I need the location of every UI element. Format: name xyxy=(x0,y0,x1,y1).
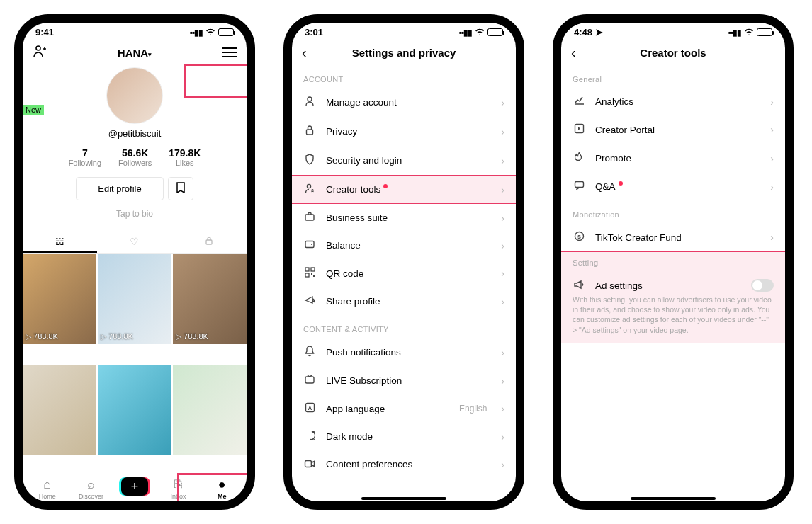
chevron-right-icon: › xyxy=(501,347,504,358)
stat-followers[interactable]: 56.6K Followers xyxy=(118,147,152,167)
video-thumbnail[interactable]: ▷ 783.8K xyxy=(23,254,96,344)
shield-icon xyxy=(303,154,316,167)
chevron-right-icon: › xyxy=(501,459,504,470)
live-icon xyxy=(303,375,316,387)
row-business-suite[interactable]: Business suite › xyxy=(292,204,516,232)
row-privacy[interactable]: Privacy › xyxy=(292,117,516,146)
row-dark-mode[interactable]: Dark mode › xyxy=(292,423,516,450)
row-creator-fund[interactable]: $ TikTok Creator Fund › xyxy=(561,223,785,251)
row-share-profile[interactable]: Share profile › xyxy=(292,287,516,315)
chevron-right-icon: › xyxy=(501,212,504,224)
inbox-icon: ⎘ xyxy=(174,477,182,492)
status-time: 3:01 xyxy=(305,27,323,38)
row-content-preferences[interactable]: Content preferences › xyxy=(292,450,516,478)
row-ad-settings[interactable]: Ad settings xyxy=(561,271,785,295)
language-icon: A xyxy=(303,402,316,415)
hamburger-menu-icon[interactable] xyxy=(222,47,237,57)
row-qa[interactable]: Q&A › xyxy=(561,173,785,200)
svg-rect-10 xyxy=(305,273,309,277)
plus-icon: + xyxy=(121,477,148,496)
stat-following[interactable]: 7 Following xyxy=(69,147,101,167)
row-creator-portal[interactable]: Creator Portal › xyxy=(561,115,785,144)
tab-create[interactable]: + xyxy=(113,477,157,500)
tab-inbox[interactable]: ⎘Inbox xyxy=(157,477,201,500)
chevron-right-icon: › xyxy=(501,184,504,195)
tab-me[interactable]: ●Me xyxy=(200,477,244,500)
row-live-subscription[interactable]: LIVE Subscription › xyxy=(292,367,516,394)
phone-creator-tools: 4:48 ➤ ▪▪▮▮ ‹ Creator tools General Anal… xyxy=(553,14,794,510)
video-thumbnail[interactable] xyxy=(23,365,96,455)
status-time: 9:41 xyxy=(35,27,54,38)
back-icon[interactable]: ‹ xyxy=(302,45,316,61)
settings-list: ACCOUNT Manage account › Privacy › Secur… xyxy=(292,65,516,494)
row-promote[interactable]: Promote › xyxy=(561,144,785,173)
svg-rect-8 xyxy=(305,268,309,271)
row-manage-account[interactable]: Manage account › xyxy=(292,88,516,117)
video-thumbnail[interactable] xyxy=(173,365,247,455)
username-dropdown[interactable]: HANA▾ xyxy=(47,47,222,59)
row-creator-tools[interactable]: Creator tools › xyxy=(292,175,516,204)
bookmark-button[interactable] xyxy=(168,177,193,200)
video-icon xyxy=(303,458,316,470)
svg-rect-5 xyxy=(305,215,314,220)
wifi-icon xyxy=(744,27,754,38)
chevron-right-icon: › xyxy=(501,155,504,166)
tab-home[interactable]: ⌂Home xyxy=(26,477,69,500)
person-icon xyxy=(303,96,316,109)
profile-content-tabs: 𝍌 ♡ xyxy=(23,232,247,254)
tab-discover[interactable]: ⌕Discover xyxy=(69,477,113,500)
row-balance[interactable]: Balance › xyxy=(292,232,516,259)
add-person-icon[interactable] xyxy=(33,45,47,60)
tab-liked-icon[interactable]: ♡ xyxy=(97,232,171,253)
page-title: Creator tools xyxy=(585,47,761,59)
chevron-right-icon: › xyxy=(770,181,774,193)
chevron-right-icon: › xyxy=(770,153,774,164)
video-thumbnail[interactable]: ▷ 783.8K xyxy=(98,254,171,344)
svg-point-4 xyxy=(307,184,310,188)
notification-dot-icon xyxy=(383,184,388,188)
stat-likes[interactable]: 179.8K Likes xyxy=(169,147,201,167)
bell-icon xyxy=(303,346,316,359)
svg-rect-6 xyxy=(305,241,314,248)
tab-grid-icon[interactable]: 𝍌 xyxy=(23,232,97,253)
battery-icon xyxy=(487,28,503,36)
row-push-notifications[interactable]: Push notifications › xyxy=(292,338,516,367)
avatar[interactable] xyxy=(106,67,163,124)
row-security[interactable]: Security and login › xyxy=(292,146,516,175)
tab-private-icon[interactable] xyxy=(172,232,247,253)
svg-text:$: $ xyxy=(577,234,581,240)
ad-settings-toggle[interactable] xyxy=(751,279,774,292)
chevron-right-icon: › xyxy=(770,124,774,135)
row-analytics[interactable]: Analytics › xyxy=(561,88,785,115)
tap-to-bio[interactable]: Tap to bio xyxy=(116,209,153,219)
back-icon[interactable]: ‹ xyxy=(571,45,585,61)
person-star-icon xyxy=(303,183,316,196)
qr-icon xyxy=(303,267,316,280)
notification-dot-icon xyxy=(619,181,623,186)
svg-rect-18 xyxy=(575,182,583,188)
signal-icon: ▪▪▮▮ xyxy=(728,28,741,38)
chevron-right-icon: › xyxy=(501,375,504,387)
video-thumbnail[interactable]: ▷ 783.8K xyxy=(173,254,247,344)
chart-icon xyxy=(573,96,585,108)
svg-rect-3 xyxy=(307,130,313,135)
chevron-right-icon: › xyxy=(501,403,504,414)
signal-icon: ▪▪▮▮ xyxy=(189,28,203,38)
person-icon: ● xyxy=(218,477,226,492)
svg-rect-11 xyxy=(311,273,312,275)
edit-profile-button[interactable]: Edit profile xyxy=(76,177,163,200)
section-content: CONTENT & ACTIVITY xyxy=(292,315,516,338)
ad-settings-block: Setting Ad settings With this setting, y… xyxy=(561,251,785,343)
chevron-right-icon: › xyxy=(770,232,774,243)
signal-icon: ▪▪▮▮ xyxy=(458,28,472,38)
svg-rect-9 xyxy=(311,268,315,271)
language-value: English xyxy=(459,404,487,414)
profile-handle: @petitbiscuit xyxy=(108,128,162,139)
row-qr-code[interactable]: QR code › xyxy=(292,259,516,287)
chevron-right-icon: › xyxy=(770,96,774,108)
video-thumbnail[interactable] xyxy=(98,365,171,455)
row-app-language[interactable]: A App language English › xyxy=(292,394,516,423)
status-time: 4:48 ➤ xyxy=(574,27,603,38)
status-bar: 9:41 ▪▪▮▮ xyxy=(23,23,247,39)
home-indicator xyxy=(361,497,446,500)
